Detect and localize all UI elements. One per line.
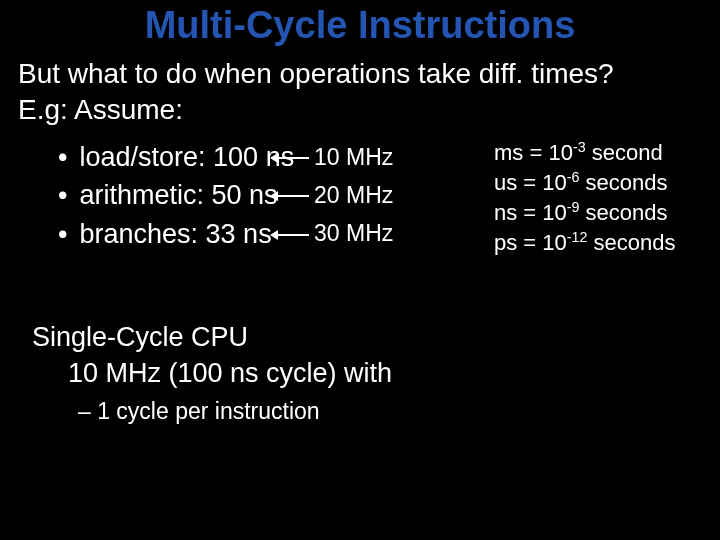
unit-suffix: seconds bbox=[587, 230, 675, 255]
arrow-icon bbox=[276, 234, 309, 236]
single-cycle-detail: 10 MHz (100 ns cycle) with bbox=[68, 356, 392, 392]
intro-text: But what to do when operations take diff… bbox=[18, 56, 614, 128]
unit-line: ns = 10-9 seconds bbox=[494, 198, 676, 228]
arrow-icon bbox=[276, 195, 309, 197]
unit-definitions: ms = 10-3 second us = 10-6 seconds ns = … bbox=[494, 138, 676, 258]
list-item: • load/store: 100 ns bbox=[58, 138, 294, 176]
list-item-label: arithmetic: 50 ns bbox=[80, 180, 278, 210]
mhz-value: 10 MHz bbox=[314, 138, 393, 176]
slide: Multi-Cycle Instructions But what to do … bbox=[0, 0, 720, 540]
unit-exponent: -12 bbox=[567, 228, 588, 244]
unit-suffix: seconds bbox=[580, 200, 668, 225]
unit-prefix: ns = 10 bbox=[494, 200, 567, 225]
list-item: • branches: 33 ns bbox=[58, 215, 294, 253]
bullet-icon: • bbox=[58, 176, 72, 214]
timing-list: • load/store: 100 ns • arithmetic: 50 ns… bbox=[58, 138, 294, 253]
unit-prefix: ms = 10 bbox=[494, 140, 573, 165]
unit-prefix: ps = 10 bbox=[494, 230, 567, 255]
mhz-value: 30 MHz bbox=[314, 214, 393, 252]
unit-suffix: second bbox=[586, 140, 663, 165]
unit-line: us = 10-6 seconds bbox=[494, 168, 676, 198]
list-item: • arithmetic: 50 ns bbox=[58, 176, 294, 214]
single-cycle-heading: Single-Cycle CPU bbox=[32, 320, 392, 356]
slide-title: Multi-Cycle Instructions bbox=[0, 4, 720, 47]
single-cycle-section: Single-Cycle CPU 10 MHz (100 ns cycle) w… bbox=[32, 320, 392, 391]
intro-line-2: E.g: Assume: bbox=[18, 92, 614, 128]
mhz-column: 10 MHz 20 MHz 30 MHz bbox=[314, 138, 393, 253]
list-item-label: branches: 33 ns bbox=[80, 219, 272, 249]
intro-line-1: But what to do when operations take diff… bbox=[18, 56, 614, 92]
single-cycle-subitem: – 1 cycle per instruction bbox=[78, 398, 320, 425]
unit-line: ps = 10-12 seconds bbox=[494, 228, 676, 258]
bullet-icon: • bbox=[58, 138, 72, 176]
unit-line: ms = 10-3 second bbox=[494, 138, 676, 168]
unit-exponent: -9 bbox=[567, 198, 580, 214]
arrow-icon bbox=[276, 157, 309, 159]
unit-suffix: seconds bbox=[580, 170, 668, 195]
unit-exponent: -3 bbox=[573, 139, 586, 155]
unit-prefix: us = 10 bbox=[494, 170, 567, 195]
unit-exponent: -6 bbox=[567, 169, 580, 185]
mhz-value: 20 MHz bbox=[314, 176, 393, 214]
list-item-label: load/store: 100 ns bbox=[80, 142, 295, 172]
bullet-icon: • bbox=[58, 215, 72, 253]
